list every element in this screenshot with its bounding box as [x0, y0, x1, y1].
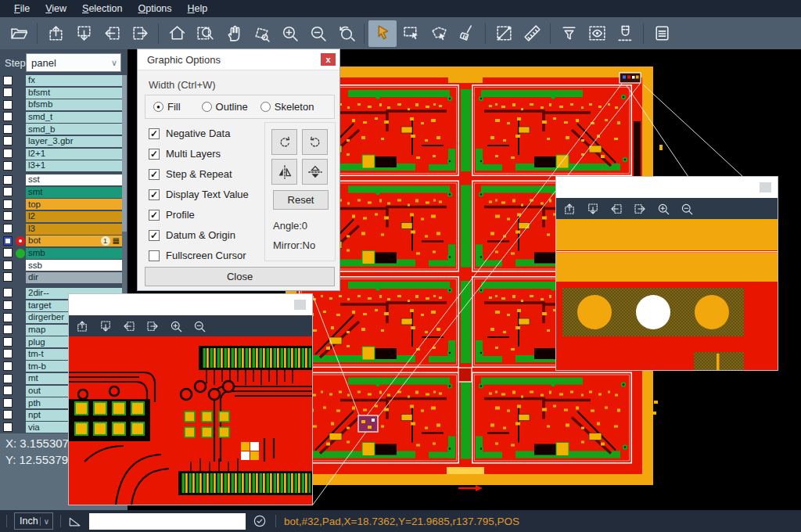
command-input[interactable] — [89, 513, 246, 530]
layer-row[interactable]: l3+1 — [0, 160, 128, 171]
object-view-button[interactable] — [583, 20, 611, 47]
pan-down-icon[interactable] — [586, 202, 600, 216]
layer-checkbox[interactable] — [3, 261, 13, 270]
layer-checkbox[interactable] — [3, 112, 13, 121]
pan-right-button[interactable] — [126, 20, 154, 47]
layer-row[interactable]: top — [0, 199, 128, 210]
zoom-out-button[interactable] — [304, 20, 332, 47]
layer-checkbox[interactable] — [3, 211, 13, 221]
angle-tool-icon[interactable] — [67, 513, 83, 529]
layer-row[interactable]: smb — [0, 248, 128, 259]
layer-color-bar[interactable]: dir — [26, 272, 122, 283]
zoom-window-left[interactable] — [68, 293, 313, 505]
layer-checkbox[interactable] — [3, 410, 13, 419]
layer-row[interactable]: ssb — [0, 260, 128, 271]
layer-color-bar[interactable]: sst — [26, 174, 122, 185]
layer-checkbox[interactable] — [3, 288, 13, 297]
layer-checkbox[interactable] — [3, 398, 13, 408]
zoom-in-button[interactable] — [275, 20, 304, 47]
zoom-window-right[interactable] — [555, 176, 778, 371]
layer-row[interactable]: fx — [0, 75, 128, 86]
layer-checkbox[interactable] — [3, 248, 13, 257]
rect-select-button[interactable] — [397, 20, 425, 47]
layer-row[interactable]: l2+1 — [0, 149, 128, 160]
layer-checkbox[interactable] — [3, 187, 13, 196]
zoom-window-title-bar[interactable] — [69, 294, 312, 315]
layer-row[interactable]: sst — [0, 174, 128, 185]
layer-checkbox[interactable] — [3, 224, 13, 233]
close-button[interactable]: Close — [145, 267, 335, 286]
pan-down-icon[interactable] — [99, 319, 113, 333]
layer-checkbox[interactable] — [3, 337, 13, 347]
layer-checkbox[interactable] — [3, 236, 13, 246]
polygon-select-button[interactable] — [425, 20, 453, 47]
pan-left-button[interactable] — [98, 20, 126, 47]
open-project-button[interactable] — [5, 20, 33, 47]
layer-color-bar[interactable]: bfsmt — [26, 88, 122, 99]
rotate-ccw-button[interactable] — [302, 129, 328, 155]
layer-checkbox[interactable] — [3, 136, 13, 146]
layer-row[interactable]: dir — [0, 272, 128, 283]
layer-checkbox[interactable] — [3, 175, 13, 185]
checkbox-datum-origin[interactable]: ✓Datum & Origin — [149, 229, 235, 241]
pan-left-icon[interactable] — [609, 202, 623, 216]
layer-color-bar[interactable]: l2 — [26, 211, 122, 222]
checkbox-multi-layers[interactable]: ✓Multi Layers — [149, 148, 221, 160]
mirror-vertical-button[interactable] — [302, 159, 328, 185]
layer-color-bar[interactable]: layer_3.gbr — [26, 136, 122, 147]
layer-row[interactable]: bfsmt — [0, 88, 128, 99]
window-control-button[interactable] — [760, 182, 771, 192]
layer-checkbox[interactable] — [3, 313, 13, 322]
menu-item[interactable]: File — [6, 2, 38, 16]
layer-color-bar[interactable]: bfsmb — [26, 99, 122, 110]
report-button[interactable] — [648, 20, 676, 47]
zoom-window-view[interactable] — [556, 219, 778, 370]
checkbox-fullscreen-cursor[interactable]: Fullscreen Cursor — [149, 250, 246, 261]
menu-item[interactable]: View — [38, 2, 74, 16]
radio-icon[interactable]: ● — [153, 102, 163, 112]
layer-color-bar[interactable]: smd_b — [26, 124, 122, 135]
radio-icon[interactable] — [202, 102, 212, 112]
window-control-button[interactable] — [294, 300, 306, 310]
zoom-out-icon[interactable] — [680, 202, 694, 216]
unit-select[interactable]: Inch ∨ — [14, 512, 53, 530]
checkbox-icon[interactable]: ✓ — [149, 149, 160, 160]
layer-checkbox[interactable] — [3, 386, 13, 395]
zoom-home-button[interactable] — [163, 20, 191, 47]
pan-up-icon[interactable] — [75, 319, 89, 333]
layer-checkbox[interactable] — [3, 100, 13, 110]
measure-distance-button[interactable] — [490, 20, 518, 47]
layer-checkbox[interactable] — [3, 124, 13, 134]
pan-left-icon[interactable] — [122, 319, 136, 333]
step-select[interactable]: panel ∨ — [26, 53, 121, 72]
layer-row[interactable]: layer_3.gbr — [0, 136, 128, 147]
layer-checkbox[interactable] — [3, 88, 13, 97]
layer-row[interactable]: smd_b — [0, 124, 128, 135]
zoom-window-title-bar[interactable] — [556, 177, 778, 198]
mirror-horizontal-button[interactable] — [271, 159, 297, 185]
zoom-previous-button[interactable] — [332, 20, 360, 47]
checkbox-icon[interactable]: ✓ — [149, 169, 160, 180]
pan-up-icon[interactable] — [562, 202, 577, 216]
layer-checkbox[interactable] — [3, 272, 13, 282]
zoom-window-view[interactable] — [69, 336, 312, 505]
layer-checkbox[interactable] — [3, 300, 13, 310]
menu-item[interactable]: Options — [130, 2, 179, 16]
pan-right-icon[interactable] — [633, 202, 647, 216]
checkbox-icon[interactable]: ✓ — [149, 230, 160, 241]
status-check-icon[interactable] — [252, 513, 268, 529]
dialog-title-bar[interactable]: Graphic Options x — [138, 49, 339, 70]
layer-checkbox[interactable] — [3, 200, 13, 209]
measure-ruler-button[interactable] — [518, 20, 546, 47]
checkbox-display-text-value[interactable]: ✓Display Text Value — [149, 189, 249, 200]
checkbox-icon[interactable]: ✓ — [149, 189, 160, 200]
menu-item[interactable]: Help — [180, 2, 216, 16]
radio-outline[interactable]: Outline — [202, 101, 248, 113]
layer-color-bar[interactable]: l2+1 — [26, 149, 122, 160]
radio-icon[interactable] — [260, 102, 271, 112]
layer-color-bar[interactable]: smd_t — [26, 112, 122, 123]
layer-row[interactable]: l2 — [0, 211, 128, 222]
rotate-cw-button[interactable] — [271, 129, 297, 155]
layer-color-bar[interactable]: l3+1 — [26, 160, 122, 171]
pan-hand-button[interactable] — [219, 20, 247, 47]
